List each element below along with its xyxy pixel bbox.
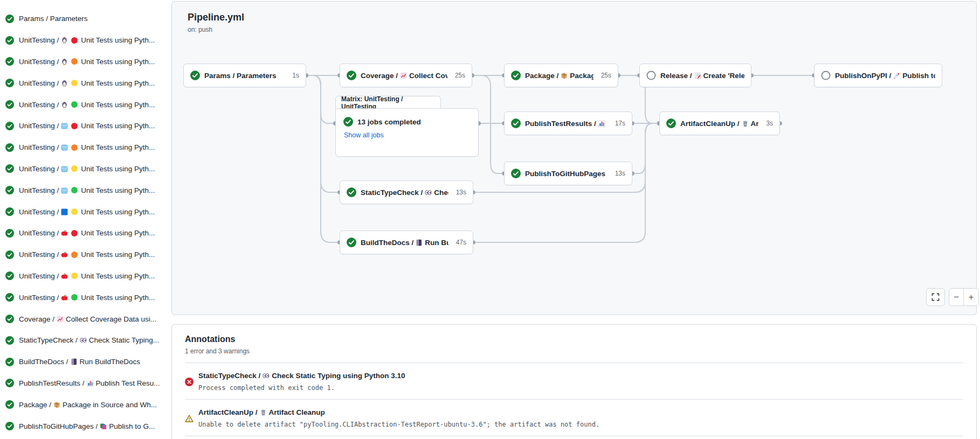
show-all-jobs-link[interactable]: Show all jobs xyxy=(344,131,471,139)
label-text: PublishToGitHubPages / xyxy=(525,170,608,178)
job-label: UnitTesting /Unit Tests using Pyth... xyxy=(19,250,155,259)
package-icon xyxy=(53,401,60,408)
job-label: UnitTesting /Unit Tests using Pyth... xyxy=(19,229,155,237)
sidebar-job-item[interactable]: UnitTesting /Unit Tests using Pyth... xyxy=(0,115,171,137)
graph-node-package[interactable]: Package /Package in So...25s xyxy=(504,64,618,87)
label-text: Package / xyxy=(525,72,558,80)
check-circle-icon xyxy=(5,250,14,259)
sidebar-job-item[interactable]: UnitTesting /Unit Tests using Pyth... xyxy=(0,222,171,244)
job-label: PublishToGitHubPages /Publish to G... xyxy=(19,422,155,430)
node-label: Release /Create 'Release P... xyxy=(660,72,744,80)
sidebar-job-item[interactable]: Coverage /Collect Coverage Data usi... xyxy=(0,308,171,330)
node-label: PublishTestResults /Pu... xyxy=(525,120,608,128)
job-label: StaticTypeCheck /Check Static Typing... xyxy=(19,336,159,344)
check-circle-icon xyxy=(511,119,521,128)
sidebar-job-item[interactable]: UnitTesting /Unit Tests using Pyth... xyxy=(0,287,171,308)
label-text: Package in Source and Wh... xyxy=(63,401,157,409)
job-label: UnitTesting /Unit Tests using Pyth... xyxy=(19,186,155,194)
label-text: Collect Coverage Data usi... xyxy=(66,315,156,323)
sidebar-job-item[interactable]: UnitTesting /Unit Tests using Pyth... xyxy=(0,179,171,201)
label-text: Publish to G... xyxy=(109,422,155,430)
graph-node-release[interactable]: Release /Create 'Release P... xyxy=(639,64,751,87)
node-duration: 25s xyxy=(452,72,465,79)
sidebar-job-item[interactable]: UnitTesting /Unit Tests using Pyth... xyxy=(0,158,171,180)
workflow-run-page: Params / ParametersUnitTesting /Unit Tes… xyxy=(0,0,980,439)
sidebar-job-item[interactable]: PublishToGitHubPages /Publish to G... xyxy=(0,415,171,437)
check-circle-icon xyxy=(347,71,356,80)
workflow-graph-card xyxy=(171,1,977,315)
label-text: UnitTesting / xyxy=(19,122,59,130)
sidebar-job-item[interactable]: BuildTheDocs /Run BuildTheDocs xyxy=(0,351,171,373)
x-circle-icon xyxy=(185,372,194,392)
check-circle-icon xyxy=(5,122,14,130)
node-duration: 13s xyxy=(453,189,466,196)
graph-node-publishOnPyPI[interactable]: PublishOnPyPI /Publish to ... xyxy=(814,64,942,87)
node-label: PublishOnPyPI /Publish to ... xyxy=(835,72,935,80)
graph-node-coverage[interactable]: Coverage /Collect Cove...25s xyxy=(340,64,472,87)
python-version-dot-icon xyxy=(71,252,78,258)
sidebar-job-item[interactable]: PublishTestResults /Publish Test Resu... xyxy=(0,373,171,394)
check-circle-icon xyxy=(5,164,14,173)
notebook-icon xyxy=(416,239,423,246)
check-circle-icon xyxy=(347,238,356,247)
label-text: UnitTesting / xyxy=(19,36,59,44)
sidebar-job-item[interactable]: UnitTesting /Unit Tests using Pyth... xyxy=(0,30,171,51)
check-circle-icon xyxy=(5,336,14,345)
sidebar-job-item[interactable]: Package /Package in Source and Wh... xyxy=(0,394,171,415)
label-text: Collect Cove... xyxy=(409,72,447,80)
sidebar-job-item[interactable]: UnitTesting /Unit Tests using Pyth... xyxy=(0,201,171,222)
annotations-title: Annotations xyxy=(185,335,963,344)
fullscreen-button[interactable] xyxy=(926,288,945,306)
ice-cube-icon xyxy=(61,165,68,172)
sidebar-job-item[interactable]: Params / Parameters xyxy=(0,8,171,30)
label-text: Run Buil... xyxy=(425,239,448,247)
label-text: Check Static Typing using Python 3.10 xyxy=(272,372,405,380)
check-circle-icon xyxy=(5,400,14,409)
graph-node-buildTheDocs[interactable]: BuildTheDocs /Run Buil...47s xyxy=(340,231,473,254)
sidebar-job-item[interactable]: StaticTypeCheck /Check Static Typing... xyxy=(0,330,171,351)
books-icon xyxy=(100,423,107,430)
graph-node-staticTypeCheck[interactable]: StaticTypeCheck /Chec...13s xyxy=(340,180,473,204)
penguin-icon xyxy=(61,37,68,44)
zoom-out-button[interactable]: − xyxy=(949,289,964,305)
label-text: BuildTheDocs / xyxy=(19,358,68,366)
label-text: Release / xyxy=(660,72,692,80)
job-label: UnitTesting /Unit Tests using Pyth... xyxy=(19,36,155,44)
sidebar-job-item[interactable]: UnitTesting /Unit Tests using Pyth... xyxy=(0,137,171,158)
matrix-summary-text: 13 jobs completed xyxy=(357,118,421,126)
sidebar-job-item[interactable]: UnitTesting /Unit Tests using Pyth... xyxy=(0,72,171,94)
blue-square-icon xyxy=(61,208,68,215)
node-label: BuildTheDocs /Run Buil... xyxy=(361,239,448,247)
label-text: Unit Tests using Pyth... xyxy=(81,208,155,216)
job-label: UnitTesting /Unit Tests using Pyth... xyxy=(19,101,155,109)
sidebar-job-item[interactable]: UnitTesting /Unit Tests using Pyth... xyxy=(0,94,171,115)
sidebar-job-item[interactable]: UnitTesting /Unit Tests using Pyth... xyxy=(0,266,171,287)
warning-triangle-icon xyxy=(185,409,194,428)
workflow-trigger: on: push xyxy=(188,26,212,33)
job-label: PublishTestResults /Publish Test Resu... xyxy=(19,379,160,387)
check-circle-icon xyxy=(511,71,521,80)
rocket-icon xyxy=(893,72,900,79)
sidebar-job-item[interactable]: UnitTesting /Unit Tests using Pyth... xyxy=(0,244,171,266)
graph-node-publishToGitHubPages[interactable]: PublishToGitHubPages /...13s xyxy=(504,162,632,185)
zoom-in-button[interactable]: + xyxy=(964,289,978,305)
check-circle-icon xyxy=(343,117,353,127)
graph-node-params[interactable]: Params / Parameters1s xyxy=(183,64,306,87)
annotation-message: Unable to delete artifact "pyTooling.CLI… xyxy=(198,421,599,428)
annotations-summary: 1 error and 3 warnings xyxy=(185,347,963,363)
chart-increasing-icon xyxy=(57,316,64,323)
label-text: UnitTesting / xyxy=(19,101,59,109)
label-text: Unit Tests using Pyth... xyxy=(81,143,155,151)
label-text: UnitTesting / xyxy=(19,229,59,237)
label-text: Run BuildTheDocs xyxy=(80,358,141,366)
label-text: Package in So... xyxy=(570,72,593,80)
annotation-title: ArtifactCleanUp /Artifact Cleanup xyxy=(198,408,599,416)
label-text: StaticTypeCheck / xyxy=(19,336,78,344)
label-text: Artifac... xyxy=(751,120,759,128)
graph-node-publishTestResults[interactable]: PublishTestResults /Pu...17s xyxy=(504,112,632,135)
sidebar-job-item[interactable]: UnitTesting /Unit Tests using Pyth... xyxy=(0,51,171,73)
node-label: Coverage /Collect Cove... xyxy=(361,72,447,80)
label-text: Unit Tests using Pyth... xyxy=(81,58,155,66)
graph-node-artifactCleanUp[interactable]: ArtifactCleanUp /Artifac...3s xyxy=(659,112,780,135)
matrix-group-tab[interactable]: Matrix: UnitTesting / UnitTesting xyxy=(335,96,441,109)
